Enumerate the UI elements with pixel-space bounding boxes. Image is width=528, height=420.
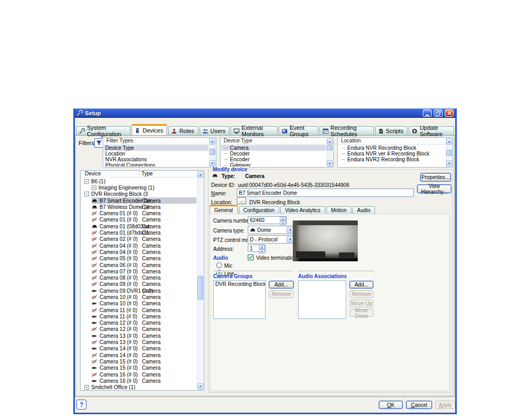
location-browse-button[interactable]: ... xyxy=(237,197,246,204)
tree-row-camera-04-0[interactable]: Camera 04 (# 0)Camera xyxy=(81,249,196,255)
list-item-endura-nvr-ver-4-recording-block[interactable]: Endura NVR ver 4 Recording Block xyxy=(338,151,445,157)
spin-up-icon[interactable]: ▲ xyxy=(259,245,265,249)
restore-button[interactable] xyxy=(434,109,443,117)
tree-row-camera-01-0[interactable]: Camera 01 (# 0)Camera xyxy=(81,210,196,216)
tab-scripts[interactable]: Scripts xyxy=(375,126,408,135)
tree-row-camera-01-08d03ad[interactable]: Camera 01 (08d03ad...Camera xyxy=(81,223,196,229)
tab-devices[interactable]: Devices xyxy=(131,124,167,135)
tree-row-camera-09-dvr1-0[interactable]: Camera 09 DVR1 (# 0)Camera xyxy=(81,288,196,294)
scroll-thumb[interactable] xyxy=(210,149,215,155)
tree-row-camera-11-0[interactable]: Camera 11 (# 0)Camera xyxy=(81,307,196,313)
view-hierarchy-button[interactable]: View Hierarchy... xyxy=(417,184,452,193)
tab-event-groups[interactable]: Event Groups xyxy=(279,126,318,135)
tree-row-camera-16-0[interactable]: Camera 16 (# 0)Camera xyxy=(81,371,196,378)
spin-up-icon[interactable]: ▲ xyxy=(280,217,286,221)
list-item-endura-nvr-recording-block[interactable]: Endura NVR Recording Block xyxy=(338,145,445,151)
tree-row-camera-10-0[interactable]: Camera 10 (# 0)Camera xyxy=(81,294,196,300)
tree-scrollbar[interactable]: ▲ ▼ xyxy=(197,171,203,390)
tree-row-camera-06-0[interactable]: Camera 06 (# 0)Camera xyxy=(81,262,196,268)
ptz-control-mode-select[interactable]: D - Protocol ▼ xyxy=(248,235,295,244)
list-header[interactable]: Device Type xyxy=(221,138,326,145)
tree-row-dvr-recording-block-30[interactable]: −DVR Recording Block (30) xyxy=(81,191,196,197)
ok-button[interactable]: OK xyxy=(379,401,403,409)
list-header[interactable]: Location xyxy=(338,138,446,145)
tree-row-camera-02-0[interactable]: Camera 02 (# 0)Camera xyxy=(81,236,196,242)
tree-row-camera-01-0[interactable]: Camera 01 (# 0)Camera xyxy=(81,217,196,223)
titlebar[interactable]: Setup xyxy=(75,108,455,118)
list-item-camera[interactable]: Camera xyxy=(221,145,326,151)
audio-associations-move-up-button[interactable]: Move Up xyxy=(349,300,373,307)
scroll-down-icon[interactable]: ▼ xyxy=(210,160,215,167)
close-button[interactable] xyxy=(445,109,454,117)
address-field[interactable] xyxy=(249,246,258,251)
minimize-button[interactable] xyxy=(423,109,432,117)
tree-row-camera-13-0[interactable]: Camera 13 (# 0)Camera xyxy=(81,333,196,339)
device-column-header[interactable]: Device xyxy=(85,171,101,177)
camera-groups-list[interactable]: DVR Recording Block xyxy=(213,280,266,319)
tree-row-b6-1[interactable]: −B6 (1) xyxy=(81,178,196,184)
tree-row-camera-14-0[interactable]: Camera 14 (# 0)Camera xyxy=(81,346,196,352)
tree-row-camera-01-d7bda31[interactable]: Camera 01 (d7bda31...Camera xyxy=(81,229,196,236)
expand-icon[interactable]: + xyxy=(92,185,96,190)
tree-row-camera-05-0[interactable]: Camera 05 (# 0)Camera xyxy=(81,256,196,262)
list-item-decoder[interactable]: Decoder xyxy=(221,151,326,157)
properties-button[interactable]: Properties... xyxy=(420,173,451,182)
tree-row-camera-11-0[interactable]: Camera 11 (# 0)Camera xyxy=(81,313,196,319)
mic-radio[interactable] xyxy=(216,262,222,268)
spin-down-icon[interactable]: ▼ xyxy=(280,221,286,225)
tree-row-camera-08-0[interactable]: Camera 08 (# 0)Camera xyxy=(81,274,196,281)
expand-icon[interactable]: + xyxy=(84,385,89,390)
tree-row-camera-10-0[interactable]: Camera 10 (# 0)Camera xyxy=(81,301,196,307)
list-scrollbar[interactable]: ▲▼ xyxy=(209,138,215,167)
tree-row-b7-smart-encoder-do[interactable]: B7 Smart Encoder Do...Camera xyxy=(81,197,196,204)
list-scrollbar[interactable]: ▲▼ xyxy=(446,138,452,167)
tree-row-b7-wireless-dome[interactable]: B7 Wireless Dome (# ...Camera xyxy=(81,204,196,210)
spin-down-icon[interactable]: ▼ xyxy=(259,249,265,253)
device-tab-motion[interactable]: Motion xyxy=(326,206,351,214)
tab-external-monitors[interactable]: External Monitors xyxy=(230,126,278,135)
list-item-physical-connections[interactable]: Physical Connections xyxy=(104,162,208,167)
camera-groups-remove-button[interactable]: Remove xyxy=(269,290,294,298)
scroll-up-icon[interactable]: ▲ xyxy=(327,138,333,145)
audio-associations-list[interactable] xyxy=(298,280,346,319)
video-termination-checkbox[interactable] xyxy=(248,255,254,260)
scroll-thumb[interactable] xyxy=(446,150,452,156)
list-item-nvr-associations[interactable]: NVR Associations xyxy=(104,157,208,162)
tab-recording-schedules[interactable]: Recording Schedules xyxy=(320,126,374,135)
address-input[interactable]: ▲▼ xyxy=(248,245,266,252)
camera-number-field[interactable] xyxy=(249,217,279,223)
device-tab-audio[interactable]: Audio xyxy=(353,206,376,214)
device-tab-configuration[interactable]: Configuration xyxy=(239,206,279,214)
scroll-down-icon[interactable]: ▼ xyxy=(446,160,452,167)
list-item-location[interactable]: Location xyxy=(104,151,208,157)
apply-button[interactable]: Apply xyxy=(435,401,455,409)
tree-row-smitchell-office-1[interactable]: +Smitchell Office (1) xyxy=(81,384,196,390)
scroll-down-icon[interactable]: ▼ xyxy=(197,383,203,390)
device-tab-video-analytics[interactable]: Video Analytics xyxy=(280,206,325,214)
scroll-thumb[interactable] xyxy=(327,145,333,150)
camera-type-select[interactable]: Dome ▼ xyxy=(248,226,295,234)
tree-row-camera-14-0[interactable]: Camera 14 (# 0)Camera xyxy=(81,352,196,358)
list-item-encoder[interactable]: Encoder xyxy=(221,157,326,162)
list-item-device-type[interactable]: Device Type xyxy=(104,145,208,151)
audio-associations-remove-button[interactable]: Remove xyxy=(349,290,373,298)
list-item-dvr-recording-block[interactable]: DVR Recording Block xyxy=(214,281,265,288)
tree-row-camera-12-0[interactable]: Camera 12 (# 0)Camera xyxy=(81,326,196,333)
scroll-down-icon[interactable]: ▼ xyxy=(327,160,333,167)
tab-roles[interactable]: Roles xyxy=(168,126,198,135)
device-tab-general[interactable]: General xyxy=(210,205,238,214)
type-column-header[interactable]: Type xyxy=(141,171,153,177)
tree-row-camera-04-0[interactable]: Camera 04 (# 0)Camera xyxy=(81,242,196,249)
tree-row-camera-09-0[interactable]: Camera 09 (# 0)Camera xyxy=(81,281,196,288)
camera-number-input[interactable]: ▲▼ xyxy=(248,216,287,224)
scroll-up-icon[interactable]: ▲ xyxy=(446,138,452,145)
audio-associations-move-down-button[interactable]: Move Down xyxy=(349,309,373,317)
collapse-icon[interactable]: − xyxy=(84,179,89,184)
tab-update-software[interactable]: Update Software xyxy=(409,126,454,135)
tree-row-camera-12-0[interactable]: Camera 12 (# 0)Camera xyxy=(81,320,196,326)
tree-row-camera-15-0[interactable]: Camera 15 (# 0)Camera xyxy=(81,358,196,364)
cancel-button[interactable]: Cancel xyxy=(406,401,432,409)
tab-system-configuration[interactable]: System Configuration xyxy=(76,126,130,135)
list-header[interactable]: Filter Types xyxy=(103,138,209,145)
name-input[interactable] xyxy=(237,189,414,197)
